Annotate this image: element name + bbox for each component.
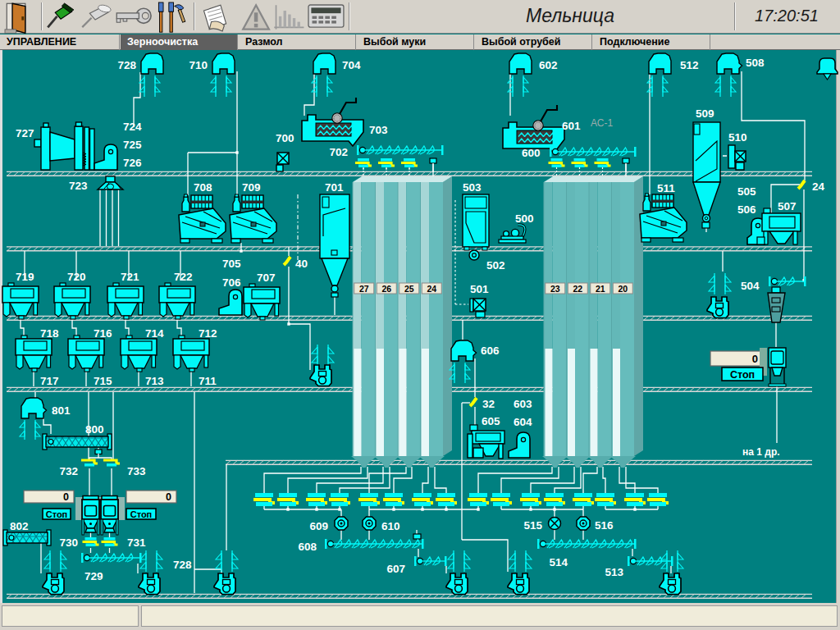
svg-text:27: 27	[359, 284, 369, 294]
svg-text:511: 511	[657, 182, 675, 194]
svg-text:25: 25	[404, 284, 414, 294]
svg-text:732: 732	[59, 465, 78, 477]
svg-text:609: 609	[309, 520, 328, 532]
svg-text:507: 507	[778, 200, 797, 212]
svg-text:608: 608	[298, 541, 317, 553]
svg-text:801: 801	[52, 404, 71, 417]
svg-text:701: 701	[325, 181, 344, 194]
svg-text:718: 718	[40, 327, 59, 340]
svg-text:на 1 др.: на 1 др.	[742, 446, 780, 458]
svg-text:711: 711	[199, 375, 217, 387]
svg-text:605: 605	[482, 415, 500, 427]
svg-text:720: 720	[67, 271, 86, 283]
svg-text:726: 726	[123, 157, 142, 169]
svg-text:721: 721	[121, 271, 139, 283]
svg-text:708: 708	[194, 181, 212, 194]
svg-text:40: 40	[295, 258, 308, 270]
svg-text:607: 607	[386, 563, 405, 575]
svg-text:600: 600	[522, 147, 541, 159]
svg-text:0: 0	[63, 491, 69, 503]
svg-text:515: 515	[523, 519, 542, 532]
svg-text:702: 702	[329, 146, 348, 158]
svg-text:601: 601	[562, 120, 581, 132]
svg-text:604: 604	[514, 416, 532, 428]
svg-text:707: 707	[257, 272, 276, 284]
svg-text:602: 602	[539, 59, 558, 71]
svg-text:516: 516	[595, 519, 614, 532]
svg-text:20: 20	[618, 284, 628, 294]
svg-text:606: 606	[481, 345, 500, 357]
svg-text:501: 501	[470, 283, 489, 295]
svg-text:АС-1: АС-1	[591, 117, 613, 129]
svg-text:508: 508	[746, 57, 765, 69]
svg-text:705: 705	[222, 258, 241, 270]
svg-text:724: 724	[123, 121, 142, 133]
svg-text:704: 704	[342, 59, 361, 71]
svg-text:0: 0	[752, 353, 758, 365]
svg-text:21: 21	[596, 284, 605, 294]
svg-text:513: 513	[605, 566, 623, 578]
svg-text:500: 500	[515, 212, 534, 225]
svg-text:23: 23	[550, 284, 560, 294]
svg-text:610: 610	[381, 520, 400, 532]
svg-text:728: 728	[173, 559, 192, 571]
svg-text:716: 716	[94, 327, 112, 340]
svg-text:733: 733	[127, 465, 146, 477]
svg-text:32: 32	[482, 398, 495, 410]
svg-text:712: 712	[199, 327, 217, 340]
svg-text:24: 24	[427, 284, 436, 294]
svg-text:506: 506	[737, 203, 756, 216]
svg-text:502: 502	[486, 259, 505, 272]
svg-text:730: 730	[59, 536, 78, 549]
svg-text:510: 510	[728, 131, 747, 144]
svg-text:728: 728	[117, 59, 136, 71]
svg-text:0: 0	[166, 491, 171, 503]
svg-text:725: 725	[123, 139, 142, 151]
svg-text:729: 729	[84, 570, 103, 582]
svg-text:505: 505	[737, 185, 756, 198]
svg-text:709: 709	[242, 181, 261, 194]
svg-text:714: 714	[145, 327, 164, 340]
svg-text:514: 514	[549, 556, 568, 568]
svg-text:800: 800	[85, 423, 104, 436]
svg-text:802: 802	[10, 520, 29, 532]
svg-text:509: 509	[696, 107, 714, 120]
svg-text:727: 727	[16, 127, 34, 139]
svg-text:731: 731	[127, 536, 146, 549]
svg-text:504: 504	[741, 280, 760, 292]
svg-text:723: 723	[69, 180, 88, 192]
svg-text:503: 503	[463, 181, 482, 194]
svg-text:722: 722	[174, 271, 193, 283]
svg-text:710: 710	[189, 59, 208, 71]
svg-text:Стоп: Стоп	[46, 509, 68, 519]
svg-text:24: 24	[812, 180, 825, 193]
svg-text:Стоп: Стоп	[730, 369, 755, 381]
svg-text:713: 713	[145, 375, 164, 387]
svg-text:603: 603	[514, 398, 532, 410]
svg-text:700: 700	[276, 132, 294, 144]
svg-text:717: 717	[40, 375, 59, 387]
svg-text:26: 26	[381, 284, 391, 294]
svg-text:22: 22	[573, 284, 582, 294]
svg-text:706: 706	[222, 276, 241, 289]
svg-text:715: 715	[94, 375, 112, 387]
svg-text:Стоп: Стоп	[130, 509, 153, 519]
svg-text:512: 512	[680, 59, 699, 71]
svg-text:703: 703	[369, 124, 388, 136]
svg-text:719: 719	[16, 271, 34, 283]
